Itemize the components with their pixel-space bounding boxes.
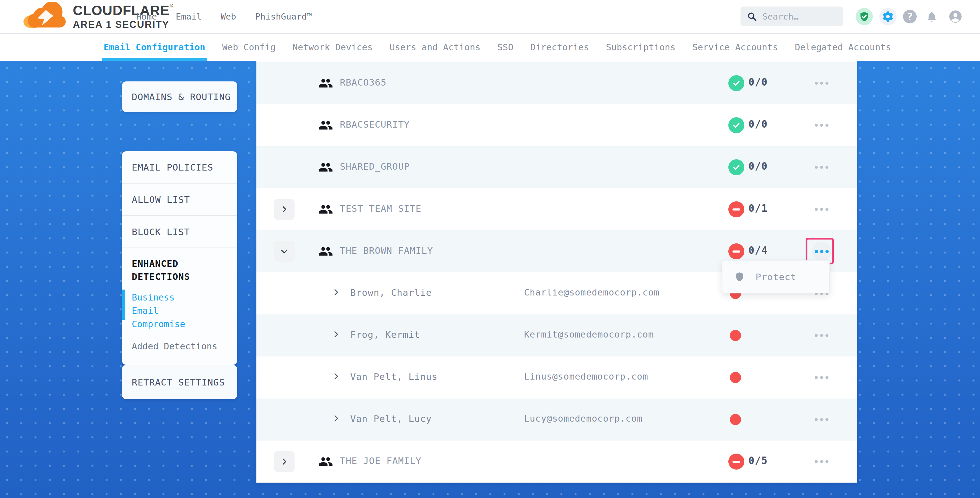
expand-collapse-button[interactable]: [274, 451, 294, 472]
tab-network-devices[interactable]: Network Devices: [293, 34, 373, 61]
member-status-dot: [730, 330, 741, 341]
group-name: RBACO365: [340, 77, 387, 88]
table-row-member[interactable]: Van Pelt, Linus Linus@somedemocorp.com: [256, 356, 857, 399]
groups-table: RBACO365 0/0 Protect RBACSECURITY 0/0: [256, 61, 857, 483]
sidebar-item-business-email-compromise[interactable]: Business Email Compromise: [132, 291, 206, 331]
row-menu-button[interactable]: [810, 158, 834, 177]
help-glyph: ?: [907, 11, 913, 22]
check-icon: [732, 121, 741, 130]
tab-email-configuration[interactable]: Email Configuration: [103, 34, 205, 61]
tab-label: Directories: [530, 42, 589, 53]
tab-delegated-accounts[interactable]: Delegated Accounts: [795, 34, 891, 61]
table-row-group[interactable]: THE BROWN FAMILY 0/4 Protect: [256, 230, 857, 272]
sidebar: DOMAINS & ROUTING EMAIL POLICIES ALLOW L…: [122, 81, 237, 112]
header-nav-item[interactable]: Email: [176, 11, 202, 22]
row-menu-button[interactable]: [810, 410, 834, 429]
status-badge: [728, 453, 745, 469]
group-count: 0/0: [748, 161, 768, 172]
header-nav-item[interactable]: Home: [136, 11, 157, 22]
row-menu-button[interactable]: [810, 116, 834, 135]
group-name: SHARED_GROUP: [340, 161, 410, 172]
group-people-icon: [318, 244, 333, 259]
table-row-group[interactable]: SHARED_GROUP 0/0 Protect: [256, 146, 857, 188]
header-nav-item[interactable]: PhishGuard™: [255, 11, 312, 22]
sidebar-item-label: Business Email Compromise: [132, 292, 185, 329]
search-box[interactable]: [740, 6, 843, 26]
sidebar-item-label: RETRACT SETTINGS: [132, 377, 225, 388]
help-icon[interactable]: ?: [903, 10, 916, 23]
settings-gear-icon[interactable]: [879, 8, 897, 25]
row-menu-button[interactable]: [810, 200, 834, 219]
member-chevron-icon[interactable]: [332, 414, 340, 423]
group-count: 0/0: [748, 118, 768, 130]
table-row-member[interactable]: Van Pelt, Lucy Lucy@somedemocorp.com: [256, 399, 857, 441]
tab-web-config[interactable]: Web Config: [222, 34, 276, 61]
chevron-down-icon: [280, 247, 289, 256]
sidebar-item-block-list[interactable]: BLOCK LIST: [122, 216, 237, 248]
tab-subscriptions[interactable]: Subscriptions: [606, 34, 676, 61]
table-row-group[interactable]: RBACO365 0/0 Protect: [256, 62, 857, 104]
tab-service-accounts[interactable]: Service Accounts: [692, 34, 778, 61]
expand-collapse-button[interactable]: [274, 241, 294, 262]
expand-collapse-button[interactable]: [274, 199, 294, 220]
tab-label: Web Config: [222, 42, 276, 53]
row-menu-button[interactable]: [810, 326, 834, 345]
sidebar-item-domains-routing[interactable]: DOMAINS & ROUTING: [122, 81, 237, 112]
group-people-icon: [318, 76, 333, 91]
row-menu-button-highlighted[interactable]: [812, 242, 831, 261]
member-chevron-icon[interactable]: [332, 330, 340, 339]
row-menu-button[interactable]: [810, 73, 834, 93]
active-tab-underline: [102, 58, 207, 61]
status-badge: [728, 75, 745, 91]
tab-directories[interactable]: Directories: [530, 34, 589, 61]
sidebar-item-allow-list[interactable]: ALLOW LIST: [122, 184, 237, 216]
header-nav-item[interactable]: Web: [221, 11, 236, 22]
sidebar-item-added-detections[interactable]: Added Detections: [132, 340, 229, 353]
tab-label: Subscriptions: [606, 42, 676, 53]
protect-menu-label: Protect: [756, 272, 796, 282]
member-name: Van Pelt, Linus: [350, 371, 438, 382]
sidebar-item-label: BLOCK LIST: [132, 226, 190, 237]
minus-icon: [732, 461, 740, 463]
tab-sso[interactable]: SSO: [497, 34, 513, 61]
member-chevron-icon[interactable]: [332, 372, 340, 381]
top-header: CLOUDFLARE® AREA 1 SECURITY HomeEmailWeb…: [0, 0, 980, 34]
enhanced-detections-title[interactable]: ENHANCED DETECTIONS: [132, 257, 209, 283]
group-count: 0/5: [748, 455, 768, 466]
sidebar-item-label: Added Detections: [132, 341, 217, 352]
group-people-icon: [318, 454, 333, 469]
table-row-member[interactable]: Frog, Kermit Kermit@somedemocorp.com: [256, 314, 857, 356]
group-name: THE BROWN FAMILY: [340, 245, 433, 256]
member-name: Brown, Charlie: [350, 287, 432, 298]
group-people-icon: [318, 160, 333, 175]
row-menu-button[interactable]: [810, 368, 834, 387]
active-item-accent-bar: [122, 290, 125, 320]
protect-context-menu[interactable]: Protect: [722, 260, 830, 293]
sidebar-item-label: EMAIL POLICIES: [132, 162, 213, 173]
shield-check-icon[interactable]: [856, 8, 873, 25]
tab-label: Network Devices: [293, 42, 373, 53]
member-email: Kermit@somedemocorp.com: [524, 329, 654, 340]
sidebar-policies-card: EMAIL POLICIES ALLOW LIST BLOCK LIST ENH…: [122, 151, 237, 365]
secondary-nav-tabbar: Email Configuration Web Config Network D…: [0, 34, 980, 61]
member-email: Linus@somedemocorp.com: [524, 371, 648, 382]
tab-users-and-actions[interactable]: Users and Actions: [390, 34, 480, 61]
table-row-group[interactable]: THE JOE FAMILY 0/5 Protect: [256, 441, 857, 483]
row-menu-button[interactable]: [810, 452, 834, 471]
search-input[interactable]: [762, 11, 834, 22]
member-email: Lucy@somedemocorp.com: [524, 413, 643, 424]
group-name: RBACSECURITY: [340, 119, 410, 130]
table-row-group[interactable]: TEST TEAM SITE 0/1 Protect: [256, 188, 857, 230]
table-row-group[interactable]: RBACSECURITY 0/0 Protect: [256, 104, 857, 146]
sidebar-item-retract-settings[interactable]: RETRACT SETTINGS: [122, 365, 237, 399]
account-avatar-icon[interactable]: [947, 8, 964, 25]
group-count: 0/4: [748, 245, 768, 256]
status-badge: [728, 159, 745, 175]
tab-label: Email Configuration: [103, 42, 205, 53]
sidebar-item-email-policies[interactable]: EMAIL POLICIES: [122, 151, 237, 184]
content-area: DOMAINS & ROUTING EMAIL POLICIES ALLOW L…: [0, 61, 980, 498]
header-nav: HomeEmailWebPhishGuard™: [136, 0, 312, 33]
header-icon-group: ?: [856, 0, 964, 33]
member-chevron-icon[interactable]: [332, 288, 340, 297]
notifications-bell-icon[interactable]: [923, 8, 940, 25]
